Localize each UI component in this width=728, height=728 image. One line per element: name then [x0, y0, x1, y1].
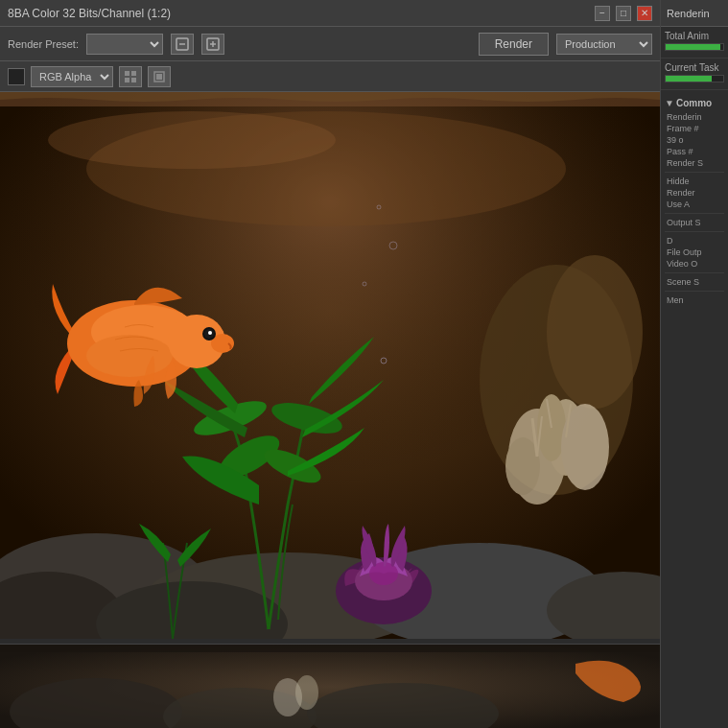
- render-panel: Renderin Total Anim Current Task ▼ Commo…: [660, 0, 728, 728]
- render-row-19: Men: [665, 295, 724, 305]
- total-anim-section: Total Anim: [661, 27, 728, 59]
- bottom-preview-svg: [0, 645, 660, 728]
- close-button[interactable]: ✕: [637, 6, 652, 21]
- current-task-progress-container: [665, 75, 724, 82]
- preset-icon-btn-2[interactable]: [201, 34, 224, 55]
- panel-divider-4: [665, 272, 724, 273]
- render-preset-select[interactable]: [86, 34, 163, 55]
- channel-icon-btn-1[interactable]: [119, 66, 142, 87]
- common-group-arrow: ▼: [665, 98, 674, 108]
- svg-rect-6: [131, 71, 136, 76]
- render-row-3: Pass #: [665, 147, 724, 156]
- channel-select[interactable]: RGB Alpha: [31, 66, 113, 87]
- preset-icon-btn-1[interactable]: [171, 34, 194, 55]
- render-row-7: Hidde: [665, 176, 724, 186]
- svg-point-16: [547, 255, 643, 409]
- render-row-11: Output S: [665, 218, 724, 227]
- maximize-button[interactable]: □: [616, 6, 631, 21]
- render-row-0: Renderin: [665, 112, 724, 122]
- panel-divider-5: [665, 291, 724, 292]
- panel-divider-2: [665, 213, 724, 214]
- panel-divider-1: [665, 172, 724, 173]
- aquarium-svg: [0, 92, 660, 639]
- svg-rect-7: [125, 78, 129, 82]
- svg-rect-5: [125, 71, 129, 76]
- bottom-strip: [0, 644, 660, 728]
- render-window: 8BA Color 32 Bits/Channel (1:2) − □ ✕ Re…: [0, 0, 660, 728]
- common-group-label: Commo: [676, 98, 712, 108]
- panel-scroll-area: ▼ Commo Renderin Frame # 39 o Pass # Ren…: [661, 90, 728, 728]
- render-row-14: File Outp: [665, 247, 724, 257]
- canvas-area: [0, 92, 660, 728]
- panel-divider-3: [665, 231, 724, 232]
- render-row-13: D: [665, 236, 724, 246]
- quality-select[interactable]: Production: [556, 34, 652, 55]
- current-task-section: Current Task: [661, 59, 728, 90]
- common-group-header[interactable]: ▼ Commo: [665, 98, 724, 108]
- render-row-9: Use A: [665, 200, 724, 209]
- render-row-4: Render S: [665, 158, 724, 168]
- panel-title-bar: Renderin: [661, 0, 728, 27]
- render-row-17: Scene S: [665, 277, 724, 287]
- render-row-15: Video O: [665, 259, 724, 269]
- render-row-1: Frame #: [665, 124, 724, 133]
- total-anim-label: Total Anim: [665, 31, 724, 41]
- svg-point-38: [86, 335, 173, 377]
- title-bar-controls: − □ ✕: [595, 6, 652, 21]
- render-button[interactable]: Render: [479, 33, 549, 56]
- channel-icon-btn-2[interactable]: [148, 66, 171, 87]
- current-task-label: Current Task: [665, 62, 724, 73]
- svg-point-57: [295, 675, 318, 710]
- render-row-2: 39 o: [665, 135, 724, 145]
- window-title: 8BA Color 32 Bits/Channel (1:2): [8, 7, 171, 20]
- svg-point-14: [48, 111, 336, 169]
- channel-swatch: [8, 68, 25, 85]
- bottom-toolbar: RGB Alpha: [0, 61, 660, 92]
- svg-point-43: [208, 331, 212, 335]
- svg-rect-58: [0, 645, 660, 652]
- svg-rect-10: [156, 74, 162, 80]
- total-anim-progress-fill: [666, 44, 720, 50]
- preset-label: Render Preset:: [8, 38, 79, 50]
- panel-title: Renderin: [667, 8, 710, 19]
- top-toolbar: Render Preset: Render Production: [0, 27, 660, 61]
- render-row-8: Render: [665, 188, 724, 198]
- svg-rect-8: [131, 78, 136, 82]
- total-anim-progress-container: [665, 43, 724, 51]
- minimize-button[interactable]: −: [595, 6, 610, 21]
- current-task-progress-fill: [666, 76, 712, 82]
- title-bar: 8BA Color 32 Bits/Channel (1:2) − □ ✕: [0, 0, 660, 27]
